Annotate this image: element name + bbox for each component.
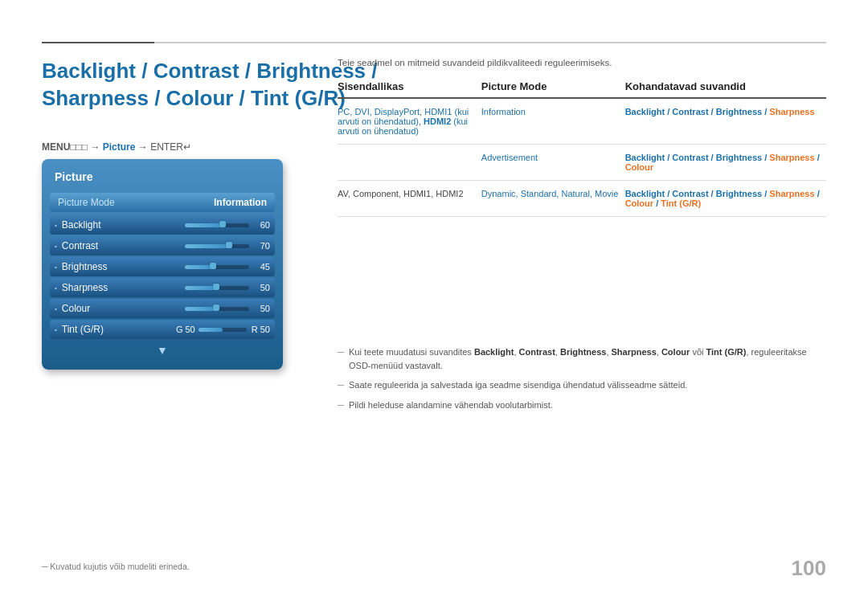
contrast-value: 70 [256, 241, 270, 251]
brightness-label: Brightness [62, 261, 185, 272]
brightness-value: 45 [256, 262, 270, 272]
note-3: Pildi heleduse alandamine vähendab voolu… [338, 398, 826, 412]
note-2: Saate reguleerida ja salvestada iga sead… [338, 378, 826, 392]
table-header: Sisendallikas Picture Mode Kohandatavad … [338, 80, 826, 99]
sharpness-dot: • [55, 284, 57, 292]
brightness-row[interactable]: • Brightness 45 [50, 257, 275, 276]
contrast-label: Contrast [62, 240, 185, 251]
row2-available: Backlight / Contrast / Brightness / Shar… [625, 153, 826, 172]
row3-available: Backlight / Contrast / Brightness / Shar… [625, 189, 826, 208]
tint-bar [199, 328, 247, 332]
backlight-bar [185, 223, 249, 227]
top-line-full [42, 42, 826, 43]
right-content: Teie seadmel on mitmeid suvandeid pildik… [338, 58, 826, 217]
tint-label: Tint (G/R) [62, 324, 176, 335]
colour-label: Colour [62, 303, 185, 314]
info-table: Sisendallikas Picture Mode Kohandatavad … [338, 80, 826, 217]
top-line-accent [42, 42, 154, 43]
row1-mode: Information [481, 107, 625, 116]
row1-source: PC, DVI, DisplayPort, HDMI1 (kui arvuti … [338, 107, 481, 136]
sharpness-row[interactable]: • Sharpness 50 [50, 278, 275, 297]
colour-bar [185, 307, 249, 311]
table-row-3: AV, Component, HDMI1, HDMI2 Dynamic, Sta… [338, 181, 826, 217]
row3-mode: Dynamic, Standard, Natural, Movie [481, 189, 625, 198]
menu-nav: MENU□□□ → Picture → ENTER↵ [42, 141, 191, 153]
table-row-1: PC, DVI, DisplayPort, HDMI1 (kui arvuti … [338, 99, 826, 145]
backlight-dot: • [55, 222, 57, 229]
backlight-value: 60 [256, 220, 270, 230]
tint-dot: • [55, 326, 57, 333]
colour-row[interactable]: • Colour 50 [50, 299, 275, 318]
panel-title: Picture [50, 167, 275, 186]
colour-value: 50 [256, 304, 270, 313]
contrast-dot: • [55, 243, 57, 250]
note-1: Kui teete muudatusi suvandites Backlight… [338, 345, 826, 372]
brightness-dot: • [55, 264, 57, 271]
table-row-2: Advertisement Backlight / Contrast / Bri… [338, 145, 826, 181]
row3-source: AV, Component, HDMI1, HDMI2 [338, 189, 481, 198]
tint-r-value: R 50 [252, 325, 270, 334]
panel-down-arrow: ▼ [50, 344, 275, 357]
page-number: 100 [792, 556, 826, 581]
caption: Kuvatud kujutis võib mudeliti erineda. [42, 562, 190, 571]
backlight-label: Backlight [62, 219, 185, 231]
sharpness-bar [185, 286, 249, 290]
intro-text: Teie seadmel on mitmeid suvandeid pildik… [338, 58, 826, 67]
th-source: Sisendallikas [338, 80, 481, 92]
picture-panel: Picture Picture Mode Information • Backl… [42, 159, 283, 370]
tint-g-value: G 50 [176, 325, 195, 334]
picture-mode-label: Picture Mode [58, 197, 115, 208]
contrast-bar [185, 244, 249, 248]
colour-dot: • [55, 305, 57, 313]
row1-available: Backlight / Contrast / Brightness / Shar… [625, 107, 826, 116]
tint-row[interactable]: • Tint (G/R) G 50 R 50 [50, 320, 275, 339]
picture-mode-row[interactable]: Picture Mode Information [50, 193, 275, 212]
row2-mode: Advertisement [481, 153, 625, 162]
th-available: Kohandatavad suvandid [625, 80, 826, 92]
backlight-row[interactable]: • Backlight 60 [50, 215, 275, 235]
sharpness-value: 50 [256, 283, 270, 292]
th-mode: Picture Mode [481, 80, 625, 92]
brightness-bar [185, 265, 249, 269]
picture-mode-value: Information [214, 197, 267, 208]
contrast-row[interactable]: • Contrast 70 [50, 236, 275, 255]
page-title: Backlight / Contrast / Brightness / Shar… [42, 58, 378, 112]
sharpness-label: Sharpness [62, 282, 185, 293]
notes-section: Kui teete muudatusi suvandites Backlight… [338, 345, 826, 418]
